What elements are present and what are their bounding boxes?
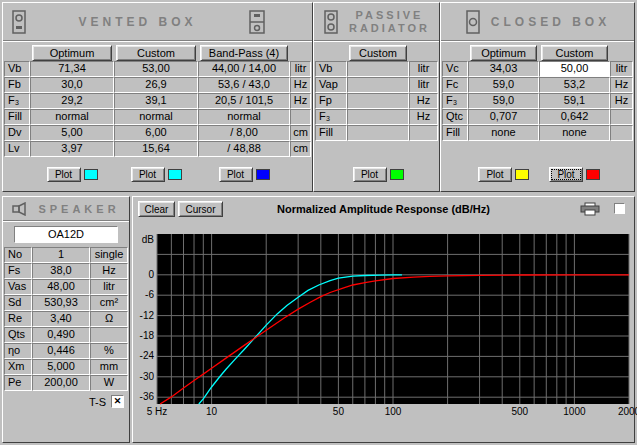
speaker-fs-unit: Hz [90, 263, 128, 279]
speaker-re-value[interactable]: 3,40 [32, 311, 90, 327]
cursor-button[interactable]: Cursor [178, 201, 223, 217]
vented-dv-bandpass[interactable]: / 8,00 [198, 125, 290, 141]
passive-radiator-header: PASSIVE RADIATOR [314, 3, 439, 41]
speaker-name-field[interactable]: OA12D [14, 226, 118, 243]
passive-fp-custom[interactable] [347, 93, 409, 109]
vented-fb-optimum[interactable]: 30,0 [30, 77, 114, 93]
vented-fill-optimum[interactable]: normal [30, 109, 114, 125]
vented-fb-custom[interactable]: 26,9 [114, 77, 198, 93]
vented-fill-bandpass[interactable]: normal [198, 109, 290, 125]
vented-bandpass-plot-swatch [256, 169, 270, 180]
speaker-pe-value[interactable]: 200,00 [32, 375, 90, 391]
passive-row-label-f3: F₃ [315, 109, 347, 125]
vented-box-panel: VENTED BOX Optimum Custom Band-Pass (4) … [2, 2, 313, 192]
passive-column-custom-button[interactable]: Custom [349, 45, 407, 61]
plot-color-indicator[interactable] [614, 203, 625, 214]
vented-vb-optimum[interactable]: 71,34 [30, 61, 114, 77]
passive-radiator-icon [323, 10, 339, 34]
closed-fc-optimum[interactable]: 59,0 [468, 77, 539, 93]
svg-text:100: 100 [385, 406, 402, 417]
vented-row-label-dv: Dv [4, 125, 30, 141]
spacer [442, 45, 468, 61]
svg-text:50: 50 [333, 406, 345, 417]
passive-vap-custom[interactable] [347, 77, 409, 93]
vented-f3-bandpass[interactable]: 20,5 / 101,5 [198, 93, 290, 109]
passive-fp-unit: Hz [409, 93, 438, 109]
vented-column-optimum-button[interactable]: Optimum [32, 45, 112, 61]
closed-fc-custom[interactable]: 53,2 [539, 77, 610, 93]
speaker-no-mode[interactable]: single [90, 247, 128, 263]
vented-bandpass-plot-button[interactable]: Plot [219, 167, 253, 182]
vented-fb-bandpass[interactable]: 53,6 / 43,0 [198, 77, 290, 93]
vented-column-bandpass-button[interactable]: Band-Pass (4) [200, 45, 288, 61]
svg-text:-36: -36 [140, 391, 155, 402]
closed-vc-optimum[interactable]: 34,03 [468, 61, 539, 77]
closed-custom-plot-swatch [586, 169, 600, 180]
closed-custom-plot-button[interactable]: Plot [549, 167, 583, 182]
vented-lv-bandpass[interactable]: / 48,88 [198, 141, 290, 157]
closed-fill-optimum[interactable]: none [468, 125, 539, 141]
speaker-xm-value[interactable]: 5,000 [32, 359, 90, 375]
response-plot[interactable]: dB0-6-12-18-24-30-365 Hz1050100500100020… [135, 222, 634, 432]
ts-checkbox[interactable]: ✕ [111, 395, 124, 408]
passive-fill-custom[interactable] [347, 125, 409, 141]
closed-column-custom-button[interactable]: Custom [541, 45, 608, 61]
vented-box-table: Optimum Custom Band-Pass (4) Vb 71,34 53… [4, 45, 311, 157]
closed-plot-row: Plot Plot [442, 166, 633, 183]
speaker-row-label-vas: Vas [4, 279, 32, 295]
ts-label: T-S [89, 396, 106, 408]
closed-qtc-optimum[interactable]: 0,707 [468, 109, 539, 125]
vented-f3-custom[interactable]: 39,1 [114, 93, 198, 109]
vented-vb-custom[interactable]: 53,00 [114, 61, 198, 77]
passive-f3-custom[interactable] [347, 109, 409, 125]
vented-vb-bandpass[interactable]: 44,00 / 14,00 [198, 61, 290, 77]
passive-custom-plot-button[interactable]: Plot [353, 167, 387, 182]
vented-lv-optimum[interactable]: 3,97 [30, 141, 114, 157]
passive-vap-unit: litr [409, 77, 438, 93]
vented-box-title: VENTED BOX [37, 15, 238, 29]
closed-f3-custom[interactable]: 59,1 [539, 93, 610, 109]
vented-row-label-fill: Fill [4, 109, 30, 125]
closed-column-optimum-button[interactable]: Optimum [470, 45, 537, 61]
svg-text:-24: -24 [140, 350, 155, 361]
vented-fill-custom[interactable]: normal [114, 109, 198, 125]
clear-button[interactable]: Clear [138, 201, 175, 217]
closed-vc-custom-field[interactable]: 50,00 [539, 61, 610, 77]
passive-row-label-vap: Vap [315, 77, 347, 93]
speaker-sd-value[interactable]: 530,93 [32, 295, 90, 311]
closed-fc-unit: Hz [610, 77, 633, 93]
speaker-row-label-fs: Fs [4, 263, 32, 279]
speaker-qts-value[interactable]: 0,490 [32, 327, 90, 343]
closed-qtc-custom[interactable]: 0,642 [539, 109, 610, 125]
speaker-no-value[interactable]: 1 [32, 247, 90, 263]
vented-column-custom-button[interactable]: Custom [116, 45, 196, 61]
vented-custom-plot-button[interactable]: Plot [131, 167, 165, 182]
vented-optimum-plot-button[interactable]: Plot [47, 167, 81, 182]
closed-fill-custom[interactable]: none [539, 125, 610, 141]
closed-row-label-vc: Vc [442, 61, 468, 77]
speaker-qts-unit [90, 327, 128, 343]
speaker-row-label-pe: Pe [4, 375, 32, 391]
vented-lv-custom[interactable]: 15,64 [114, 141, 198, 157]
speaker-row-label-re: Re [4, 311, 32, 327]
speaker-row-label-qts: Qts [4, 327, 32, 343]
vented-f3-optimum[interactable]: 29,2 [30, 93, 114, 109]
passive-vb-custom[interactable] [347, 61, 409, 77]
speaker-eta-value[interactable]: 0,446 [32, 343, 90, 359]
vented-row-label-f3: F₃ [4, 93, 30, 109]
closed-vc-unit: litr [610, 61, 633, 77]
spacer [610, 45, 633, 61]
speaker-re-unit: Ω [90, 311, 128, 327]
closed-row-label-fill: Fill [442, 125, 468, 141]
speaker-fs-value[interactable]: 38,0 [32, 263, 90, 279]
printer-icon[interactable] [580, 202, 600, 218]
passive-row-label-fill: Fill [315, 125, 347, 141]
speaker-vas-value[interactable]: 48,00 [32, 279, 90, 295]
closed-optimum-plot-button[interactable]: Plot [478, 167, 512, 182]
closed-f3-optimum[interactable]: 59,0 [468, 93, 539, 109]
vented-dv-optimum[interactable]: 5,00 [30, 125, 114, 141]
speaker-panel: SPEAKER OA12D No 1 single Fs 38,0 Hz Vas… [2, 196, 130, 443]
svg-text:-18: -18 [140, 330, 155, 341]
vented-dv-custom[interactable]: 6,00 [114, 125, 198, 141]
vented-optimum-plot-swatch [84, 169, 98, 180]
